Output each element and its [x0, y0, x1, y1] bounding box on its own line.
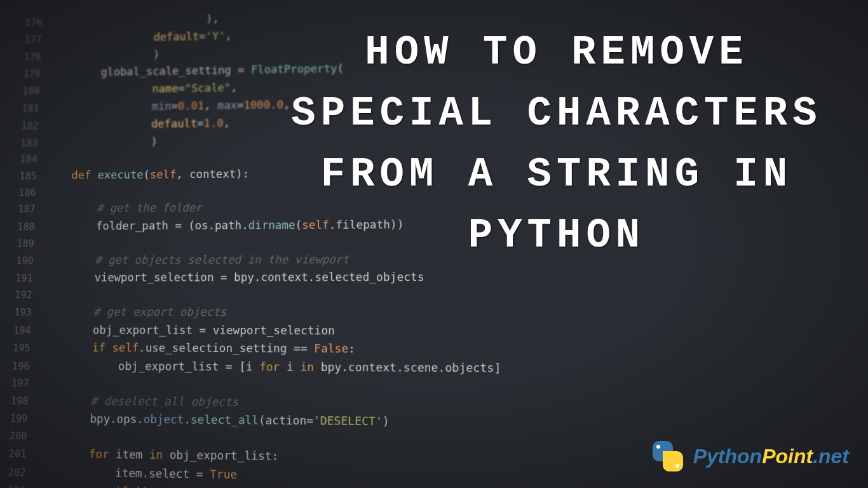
line-number: 192	[11, 287, 41, 303]
code-content: # deselect all objects	[37, 391, 239, 411]
code-content: name="Scale",	[48, 79, 238, 100]
line-number: 201	[4, 445, 36, 462]
line-number: 203	[3, 482, 34, 488]
brand-part-c: .net	[813, 445, 849, 468]
line-number: 194	[10, 322, 40, 338]
line-number: 179	[20, 66, 50, 82]
brand-part-b: Point	[762, 445, 813, 468]
line-number: 190	[12, 252, 43, 268]
line-number: 202	[4, 464, 35, 480]
line-number: 180	[19, 83, 49, 99]
python-icon	[649, 437, 687, 475]
line-number: 200	[6, 428, 37, 444]
line-number: 177	[21, 32, 51, 48]
line-number: 189	[13, 236, 43, 252]
code-line: 191 viewport_selection = bpy.context.sel…	[11, 268, 868, 287]
code-line: 194 obj_export_list = viewport_selection	[10, 321, 868, 341]
brand-text: PythonPoint.net	[693, 445, 849, 468]
line-number: 197	[8, 375, 39, 391]
code-content: item.select = True	[35, 463, 238, 484]
code-content: # get export objects	[41, 303, 227, 322]
line-number: 193	[10, 304, 41, 320]
line-number: 199	[6, 410, 37, 427]
line-number: 176	[22, 15, 51, 30]
title-line-1: HOW TO REMOVE	[271, 22, 843, 83]
code-content: # get the folder	[44, 199, 202, 217]
code-content: default=1.0,	[47, 114, 230, 134]
code-line: 192	[11, 287, 868, 304]
line-number: 196	[8, 358, 39, 375]
code-content: obj_export_list = viewport_selection	[40, 321, 335, 340]
code-content: )	[46, 133, 158, 151]
code-content: for item in obj_export_list:	[36, 444, 279, 466]
line-number: 178	[20, 49, 50, 65]
line-number: 187	[14, 201, 44, 217]
line-number: 198	[7, 393, 38, 409]
title-line-2: SPECIAL CHARACTERS	[271, 83, 843, 144]
title-overlay: HOW TO REMOVE SPECIAL CHARACTERS FROM A …	[271, 22, 843, 266]
title-line-3: FROM A STRING IN	[271, 144, 843, 205]
title-line-4: PYTHON	[271, 205, 843, 266]
line-number: 188	[13, 219, 44, 235]
code-content: viewport_selection = bpy.context.selecte…	[41, 268, 424, 287]
code-content: def execute(self, context):	[45, 165, 249, 185]
code-content: if self.use_selection_setting == False:	[39, 339, 356, 358]
code-line: 193 # get export objects	[10, 303, 868, 323]
line-number: 181	[18, 100, 48, 116]
line-number: 183	[17, 135, 47, 151]
line-number: 184	[16, 151, 46, 167]
brand-logo: PythonPoint.net	[649, 437, 849, 475]
line-number: 195	[9, 340, 40, 356]
line-number: 185	[15, 168, 46, 184]
line-number: 186	[15, 184, 45, 200]
brand-part-a: Python	[693, 445, 762, 468]
code-content: bpy.ops.object.select_all(action='DESELE…	[37, 410, 390, 431]
code-content: )	[50, 46, 159, 65]
line-number: 182	[17, 118, 48, 133]
line-number: 191	[11, 271, 42, 287]
code-content: obj_export_list = [i for i in bpy.contex…	[38, 357, 501, 378]
